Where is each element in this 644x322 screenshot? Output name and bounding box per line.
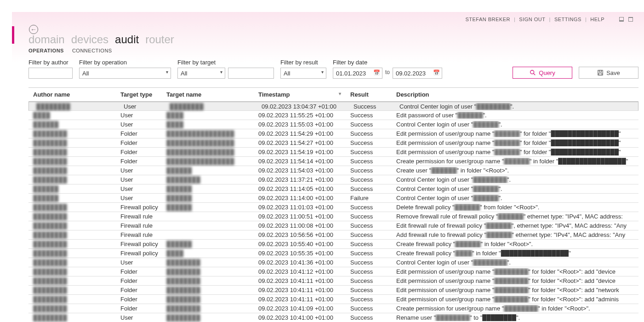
filter-bar: Filter by author Filter by operation Fil… xyxy=(28,59,638,79)
filter-result-select[interactable] xyxy=(280,68,326,79)
tab-connections[interactable]: CONNECTIONS xyxy=(72,48,112,53)
table-row[interactable]: ██████User██████09.02.2023 11:14:00 +01:… xyxy=(28,194,638,203)
table-row[interactable]: ████████Folder████████09.02.2023 10:41:1… xyxy=(28,276,638,286)
filter-target-select[interactable] xyxy=(177,68,225,79)
save-icon xyxy=(597,69,604,76)
nav-domain[interactable]: domain xyxy=(28,33,65,46)
tab-operations[interactable]: OPERATIONS xyxy=(28,48,64,53)
table-row[interactable]: ████████Folder████████09.02.2023 10:41:1… xyxy=(28,267,638,276)
filter-author-label: Filter by author xyxy=(28,59,73,66)
svg-rect-4 xyxy=(599,73,602,75)
svg-point-0 xyxy=(530,70,534,74)
table-row[interactable]: ████████User████████09.02.2023 13:04:37 … xyxy=(28,102,638,111)
table-row[interactable]: ████████Folder████████████████09.02.2023… xyxy=(28,148,638,157)
col-type[interactable]: Target type xyxy=(120,91,166,98)
table-row[interactable]: ████████User████████09.02.2023 11:37:21 … xyxy=(28,175,638,184)
nav-audit[interactable]: audit xyxy=(115,33,139,46)
signout-link[interactable]: SIGN OUT xyxy=(519,17,545,22)
back-button[interactable]: ← xyxy=(29,25,38,34)
user-name[interactable]: STEFAN BREKER xyxy=(465,17,510,22)
table-row[interactable]: ████████Firewall policy████09.02.2023 10… xyxy=(28,249,638,258)
col-timestamp[interactable]: Timestamp xyxy=(258,91,350,98)
table-row[interactable]: ████████Folder████████09.02.2023 10:41:0… xyxy=(28,304,638,313)
audit-grid: Author name Target type Target name Time… xyxy=(28,87,638,322)
settings-link[interactable]: SETTINGS xyxy=(554,17,581,22)
table-row[interactable]: ████████Firewall policy██████09.02.2023 … xyxy=(28,203,638,212)
table-row[interactable]: ████████Folder████████09.02.2023 10:41:1… xyxy=(28,295,638,304)
accent-bar xyxy=(12,26,14,44)
table-row[interactable]: ████████Firewall policy██████09.02.2023 … xyxy=(28,240,638,249)
filter-target-label: Filter by target xyxy=(177,59,274,66)
nav-devices[interactable]: devices xyxy=(71,33,108,46)
table-row[interactable]: ████████User██████09.02.2023 11:54:03 +0… xyxy=(28,166,638,175)
table-row[interactable]: ████████User████████09.02.2023 10:41:00 … xyxy=(28,313,638,322)
table-row[interactable]: ██████User██████09.02.2023 11:14:05 +01:… xyxy=(28,184,638,194)
filter-date-label: Filter by date xyxy=(333,59,442,66)
table-row[interactable]: ████████Folder████████09.02.2023 10:41:1… xyxy=(28,286,638,295)
top-links: STEFAN BREKER | SIGN OUT | SETTINGS | HE… xyxy=(465,17,633,22)
col-target[interactable]: Target name xyxy=(166,91,258,98)
table-row[interactable]: ████User████09.02.2023 11:55:25 +01:00Su… xyxy=(28,111,638,120)
table-row[interactable]: ████████Firewall rule09.02.2023 11:00:51… xyxy=(28,212,638,221)
query-button[interactable]: Query xyxy=(513,67,572,79)
grid-header: Author name Target type Target name Time… xyxy=(28,88,638,102)
filter-date-from[interactable] xyxy=(333,68,382,79)
filter-author-input[interactable] xyxy=(28,68,73,79)
save-button[interactable]: Save xyxy=(579,67,638,79)
table-row[interactable]: ████████Firewall rule09.02.2023 11:00:08… xyxy=(28,221,638,230)
help-link[interactable]: HELP xyxy=(590,17,604,22)
table-row[interactable]: ████████Folder████████████████09.02.2023… xyxy=(28,157,638,166)
date-to-label: to xyxy=(385,69,390,77)
col-result[interactable]: Result xyxy=(350,91,396,98)
search-icon xyxy=(530,69,536,76)
sub-nav: OPERATIONS CONNECTIONS xyxy=(28,48,112,53)
nav-router[interactable]: router xyxy=(145,33,174,46)
svg-rect-3 xyxy=(599,70,602,72)
table-row[interactable]: ████████Folder████████████████09.02.2023… xyxy=(28,129,638,138)
svg-line-1 xyxy=(534,74,536,75)
window-controls xyxy=(619,17,633,22)
table-row[interactable]: ████████User████████09.02.2023 10:41:36 … xyxy=(28,258,638,267)
grid-body[interactable]: ████████User████████09.02.2023 13:04:37 … xyxy=(28,102,638,322)
filter-result-label: Filter by result xyxy=(280,59,326,66)
table-row[interactable]: ████████Firewall rule09.02.2023 10:56:56… xyxy=(28,230,638,240)
window-maximize[interactable] xyxy=(628,17,633,22)
filter-date-to[interactable] xyxy=(393,68,442,79)
filter-operation-label: Filter by operation xyxy=(79,59,171,66)
window-minimize[interactable] xyxy=(619,17,624,22)
filter-operation-select[interactable] xyxy=(79,68,171,79)
table-row[interactable]: ████████Folder████████████████09.02.2023… xyxy=(28,138,638,148)
main-nav: domain devices audit router xyxy=(28,33,174,46)
table-row[interactable]: ██████User████09.02.2023 11:55:03 +01:00… xyxy=(28,120,638,129)
filter-targetname-input[interactable] xyxy=(228,68,274,79)
col-description[interactable]: Description xyxy=(396,91,638,98)
col-author[interactable]: Author name xyxy=(28,91,120,98)
